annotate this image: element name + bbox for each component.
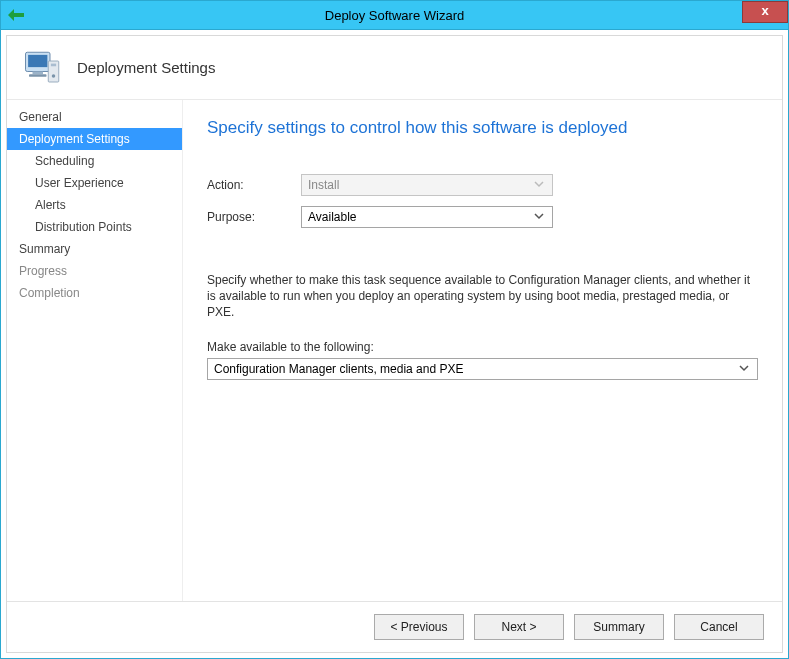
sidebar-item-deployment-settings[interactable]: Deployment Settings	[7, 128, 182, 150]
sidebar-item-progress: Progress	[7, 260, 182, 282]
cancel-button[interactable]: Cancel	[674, 614, 764, 640]
available-label: Make available to the following:	[207, 340, 758, 354]
purpose-value: Available	[308, 210, 356, 224]
available-value: Configuration Manager clients, media and…	[214, 362, 463, 376]
previous-button[interactable]: < Previous	[374, 614, 464, 640]
computer-icon	[21, 46, 65, 90]
available-select[interactable]: Configuration Manager clients, media and…	[207, 358, 758, 380]
header: Deployment Settings	[7, 36, 782, 100]
description-text: Specify whether to make this task sequen…	[207, 272, 758, 320]
svg-rect-1	[28, 54, 47, 66]
page-title: Specify settings to control how this sof…	[207, 118, 758, 138]
purpose-row: Purpose: Available	[207, 206, 758, 228]
sidebar-item-summary[interactable]: Summary	[7, 238, 182, 260]
sidebar-item-scheduling[interactable]: Scheduling	[7, 150, 182, 172]
chevron-down-icon	[534, 210, 548, 224]
window-title: Deploy Software Wizard	[1, 8, 788, 23]
sidebar-item-completion: Completion	[7, 282, 182, 304]
sidebar-item-user-experience[interactable]: User Experience	[7, 172, 182, 194]
svg-rect-2	[33, 71, 44, 74]
summary-button[interactable]: Summary	[574, 614, 664, 640]
svg-point-6	[52, 74, 56, 78]
sidebar: GeneralDeployment SettingsSchedulingUser…	[7, 100, 183, 601]
action-label: Action:	[207, 178, 301, 192]
wizard-inner: Deployment Settings GeneralDeployment Se…	[6, 35, 783, 653]
content: Specify settings to control how this sof…	[183, 100, 782, 601]
footer: < Previous Next > Summary Cancel	[7, 601, 782, 652]
chevron-down-icon	[739, 362, 753, 376]
sidebar-item-distribution-points[interactable]: Distribution Points	[7, 216, 182, 238]
action-row: Action: Install	[207, 174, 758, 196]
header-title: Deployment Settings	[77, 59, 215, 76]
back-icon[interactable]	[7, 6, 25, 24]
titlebar: Deploy Software Wizard x	[0, 0, 789, 30]
next-button[interactable]: Next >	[474, 614, 564, 640]
svg-rect-3	[29, 74, 47, 77]
chevron-down-icon	[534, 178, 548, 192]
action-select: Install	[301, 174, 553, 196]
wizard-shell: Deployment Settings GeneralDeployment Se…	[0, 30, 789, 659]
close-button[interactable]: x	[742, 1, 788, 23]
purpose-label: Purpose:	[207, 210, 301, 224]
action-value: Install	[308, 178, 339, 192]
sidebar-item-alerts[interactable]: Alerts	[7, 194, 182, 216]
body: GeneralDeployment SettingsSchedulingUser…	[7, 100, 782, 601]
purpose-select[interactable]: Available	[301, 206, 553, 228]
sidebar-item-general[interactable]: General	[7, 106, 182, 128]
svg-rect-5	[51, 63, 56, 66]
